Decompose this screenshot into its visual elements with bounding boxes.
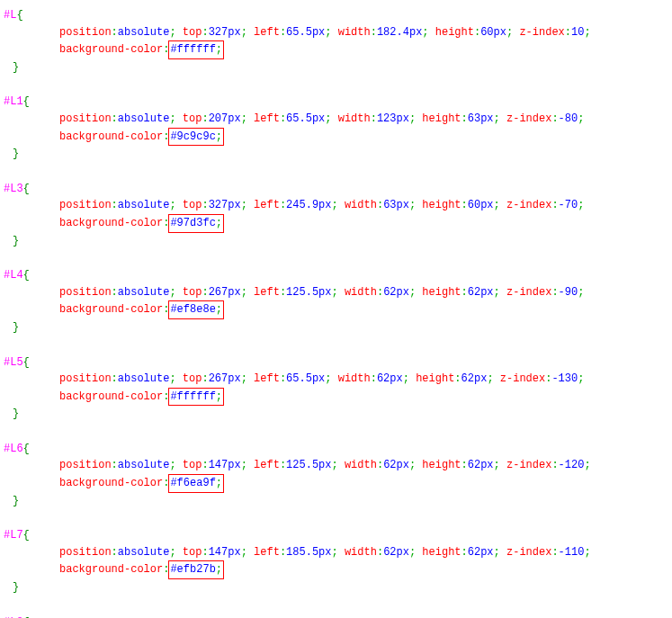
value: absolute — [118, 199, 170, 211]
css-rule: #L8{position:absolute; top:147px; left:2… — [4, 614, 668, 618]
declaration-line: background-color:#ffffff; — [59, 388, 653, 407]
open-brace: { — [23, 356, 30, 369]
semicolon: ; — [169, 112, 175, 125]
semicolon: ; — [325, 112, 331, 125]
highlight-box: #ffffff; — [168, 40, 224, 59]
semicolon: ; — [506, 26, 513, 39]
declaration-line: background-color:#ffffff; — [59, 40, 653, 59]
value: 185.5px — [286, 546, 331, 559]
colon: : — [461, 286, 468, 299]
semicolon: ; — [325, 372, 331, 385]
semicolon: ; — [578, 199, 584, 211]
property: background-color — [59, 130, 163, 143]
value: 62px — [383, 459, 409, 471]
css-rule: #L7{position:absolute; top:147px; left:1… — [4, 527, 668, 596]
css-rule: #L4{position:absolute; top:267px; left:1… — [4, 267, 668, 336]
value: #ffffff — [170, 390, 215, 403]
colon: : — [280, 372, 286, 385]
close-brace: } — [4, 233, 668, 250]
semicolon: ; — [409, 112, 416, 125]
declarations: position:absolute; top:207px; left:65.5p… — [4, 111, 653, 146]
property: height — [435, 26, 474, 39]
property: position — [59, 26, 112, 39]
highlight-box: #9c9c9c; — [168, 128, 224, 147]
declaration-line: background-color:#f6ea9f; — [59, 474, 653, 493]
property: width — [338, 26, 371, 39]
semicolon: ; — [216, 477, 222, 489]
value: -70 — [559, 199, 578, 211]
value: 65.5px — [286, 372, 325, 385]
semicolon: ; — [584, 546, 590, 559]
semicolon: ; — [494, 199, 500, 211]
property: background-color — [59, 477, 163, 489]
property: z-index — [506, 546, 551, 559]
property: top — [183, 459, 202, 471]
open-brace: { — [23, 529, 30, 542]
property: width — [345, 286, 377, 299]
highlight-box: #f6ea9f; — [168, 474, 224, 493]
colon: : — [551, 459, 558, 471]
semicolon: ; — [216, 130, 222, 143]
colon: : — [112, 286, 118, 299]
property: height — [422, 546, 461, 559]
css-rule: #L1{position:absolute; top:207px; left:6… — [4, 94, 668, 162]
semicolon: ; — [494, 546, 500, 559]
property: z-index — [506, 459, 551, 471]
property: top — [183, 26, 202, 39]
value: 10 — [571, 26, 584, 39]
property: width — [338, 112, 371, 125]
colon: : — [371, 112, 377, 125]
declarations: position:absolute; top:267px; left:125.5… — [4, 284, 653, 319]
semicolon: ; — [169, 286, 175, 299]
colon: : — [551, 546, 558, 559]
colon: : — [461, 459, 468, 471]
property: left — [254, 286, 280, 299]
css-code-block: #L{position:absolute; top:327px; left:65… — [4, 7, 668, 618]
selector: #L1 — [4, 95, 23, 108]
property: top — [183, 286, 202, 299]
value: 62px — [383, 546, 409, 559]
declaration-line: position:absolute; top:267px; left:65.5p… — [59, 371, 653, 388]
value: #efb27b — [170, 563, 215, 576]
semicolon: ; — [409, 459, 416, 471]
selector-line: #L5{ — [4, 354, 668, 372]
colon: : — [371, 26, 377, 39]
value: absolute — [118, 546, 170, 559]
property: height — [422, 459, 461, 471]
semicolon: ; — [241, 286, 247, 299]
colon: : — [454, 372, 461, 385]
declarations: position:absolute; top:267px; left:65.5p… — [4, 371, 653, 406]
colon: : — [551, 199, 558, 211]
property: position — [59, 546, 112, 559]
declaration-line: position:absolute; top:147px; left:185.5… — [59, 544, 653, 561]
value: 60px — [480, 26, 506, 39]
property: position — [59, 286, 112, 299]
semicolon: ; — [403, 372, 409, 385]
property: z-index — [500, 372, 545, 385]
colon: : — [280, 286, 286, 299]
selector-line: #L7{ — [4, 527, 668, 544]
semicolon: ; — [578, 286, 584, 299]
value: 147px — [209, 546, 241, 559]
colon: : — [461, 112, 468, 125]
value: 63px — [383, 199, 409, 211]
semicolon: ; — [169, 546, 175, 559]
semicolon: ; — [578, 112, 584, 125]
semicolon: ; — [494, 459, 500, 471]
colon: : — [202, 112, 208, 125]
open-brace: { — [23, 269, 30, 282]
colon: : — [112, 112, 118, 125]
close-brace: } — [4, 579, 668, 596]
property: width — [345, 199, 377, 211]
semicolon: ; — [169, 26, 175, 39]
property: top — [183, 199, 202, 211]
css-rule: #L6{position:absolute; top:147px; left:1… — [4, 441, 668, 509]
property: left — [254, 26, 280, 39]
semicolon: ; — [332, 546, 338, 559]
property: position — [59, 199, 112, 211]
value: 327px — [209, 26, 241, 39]
value: #f6ea9f — [170, 477, 215, 489]
declaration-line: position:absolute; top:267px; left:125.5… — [59, 284, 653, 301]
property: background-color — [59, 303, 163, 316]
value: 207px — [209, 112, 241, 125]
